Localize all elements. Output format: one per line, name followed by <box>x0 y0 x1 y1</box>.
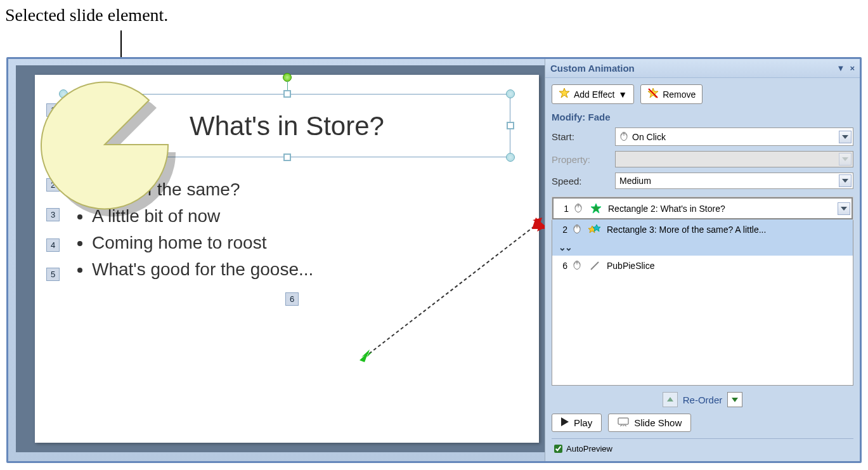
add-effect-label: Add Effect <box>574 89 614 100</box>
svg-line-28 <box>620 425 622 426</box>
chevron-down-icon[interactable] <box>838 202 850 215</box>
svg-marker-24 <box>667 397 673 401</box>
add-effect-star-icon <box>559 88 570 101</box>
autopreview-label: AutoPreview <box>566 444 612 454</box>
resize-handle-br[interactable] <box>506 153 515 162</box>
reorder-label: Re-Order <box>683 395 723 405</box>
mouse-icon <box>619 131 628 143</box>
remove-button[interactable]: Remove <box>640 84 703 104</box>
reorder-up-button <box>663 392 678 407</box>
effect-motion-path-icon <box>588 260 602 271</box>
svg-marker-25 <box>732 398 738 402</box>
autopreview-checkbox[interactable] <box>554 445 562 453</box>
modify-section-label: Modify: Fade <box>552 112 853 122</box>
anim-order-num: 1 <box>557 204 569 214</box>
remove-label: Remove <box>663 89 696 100</box>
anim-item-label: PubPieSlice <box>607 261 849 271</box>
custom-animation-task-pane: Custom Animation ▼ × Add Effect ▼ <box>545 59 860 463</box>
resize-handle-r[interactable] <box>507 122 514 129</box>
speed-label: Speed: <box>552 176 615 186</box>
rotate-handle-stem <box>287 81 288 90</box>
animation-list[interactable]: 1 Rectangle 2: What's in Store? 2 Rectan… <box>552 197 853 386</box>
animation-tag[interactable]: 5 <box>46 268 60 281</box>
effect-green-star-icon <box>589 203 603 214</box>
chevron-down-icon <box>839 153 852 166</box>
mouse-icon <box>573 259 583 271</box>
speed-value: Medium <box>619 176 651 186</box>
anim-item-label: Rectangle 3: More of the same? A little.… <box>607 225 849 235</box>
slide-editor[interactable]: What's in Store? More of the same? <box>16 65 548 452</box>
app-window: What's in Store? More of the same? <box>6 57 862 463</box>
close-icon[interactable]: × <box>850 63 855 73</box>
speed-combo[interactable]: Medium <box>615 173 853 189</box>
task-pane-title: Custom Animation <box>550 63 635 74</box>
mouse-icon <box>574 202 584 214</box>
reorder-down-button[interactable] <box>727 392 742 407</box>
svg-marker-2 <box>360 352 368 362</box>
svg-marker-10 <box>842 135 848 139</box>
mouse-icon <box>573 223 583 235</box>
slideshow-label: Slide Show <box>634 417 682 428</box>
task-pane-header: Custom Animation ▼ × <box>545 59 860 78</box>
add-effect-button[interactable]: Add Effect ▼ <box>552 84 634 104</box>
animation-tag[interactable]: 4 <box>46 238 60 252</box>
anim-order-num: 2 <box>556 225 567 235</box>
property-label: Property: <box>552 154 615 165</box>
expand-chevrons-icon[interactable]: ⌄⌄ <box>552 240 853 256</box>
anim-item-label: Rectangle 2: What's in Store? <box>608 204 832 214</box>
chevron-down-icon[interactable] <box>839 131 852 143</box>
remove-star-icon <box>647 88 659 101</box>
start-value: On Click <box>632 132 666 142</box>
play-button[interactable]: Play <box>552 414 602 432</box>
rotate-handle[interactable] <box>283 73 292 82</box>
dropdown-arrow-icon: ▼ <box>618 89 627 100</box>
caption-text: Selected slide element. <box>0 0 868 25</box>
svg-marker-15 <box>591 204 601 213</box>
slide-canvas[interactable]: What's in Store? More of the same? <box>35 75 539 443</box>
svg-line-0 <box>365 225 536 357</box>
animation-list-item[interactable]: 6 PubPieSlice <box>552 256 853 276</box>
play-label: Play <box>574 417 592 428</box>
bullet-item[interactable]: Coming home to roost <box>92 233 313 253</box>
svg-marker-5 <box>559 88 569 98</box>
start-label: Start: <box>552 131 615 142</box>
animation-list-item[interactable]: 1 Rectangle 2: What's in Store? <box>552 197 853 219</box>
property-combo <box>615 151 853 167</box>
resize-handle-t[interactable] <box>283 90 291 98</box>
task-pane-menu-icon[interactable]: ▼ <box>837 63 845 73</box>
chevron-down-icon[interactable] <box>839 174 852 187</box>
bullet-item[interactable]: What's good for the goose... <box>92 259 313 280</box>
resize-handle-b[interactable] <box>283 153 291 161</box>
animation-list-item[interactable]: 2 Rectangle 3: More of the same? A littl… <box>552 219 853 240</box>
start-combo[interactable]: On Click <box>615 127 853 146</box>
svg-marker-26 <box>561 417 569 426</box>
motion-path[interactable] <box>358 218 548 363</box>
svg-marker-16 <box>841 207 847 211</box>
slideshow-screen-icon <box>618 417 629 428</box>
svg-marker-12 <box>842 179 848 183</box>
slideshow-button[interactable]: Slide Show <box>608 414 691 432</box>
svg-rect-27 <box>618 418 628 424</box>
pie-shape[interactable] <box>35 75 174 214</box>
svg-marker-11 <box>842 157 848 161</box>
animation-tag[interactable]: 6 <box>285 292 299 306</box>
svg-line-23 <box>591 262 599 270</box>
resize-handle-tr[interactable] <box>506 89 515 98</box>
anim-order-num: 6 <box>556 261 567 271</box>
effect-cyan-star-icon <box>588 224 602 235</box>
svg-line-29 <box>625 425 626 426</box>
play-icon <box>561 417 569 428</box>
